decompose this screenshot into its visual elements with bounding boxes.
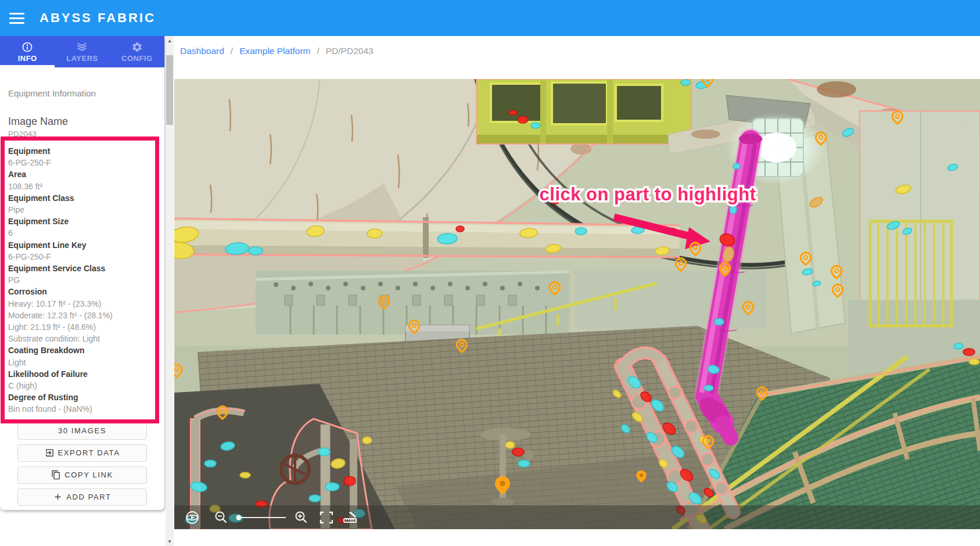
tab-info[interactable]: INFO: [0, 36, 55, 67]
scene-background: [174, 79, 980, 529]
tab-layers[interactable]: LAYERS: [55, 36, 109, 67]
breadcrumb-separator: /: [317, 46, 319, 56]
plus-icon: [53, 492, 63, 502]
panorama-viewer[interactable]: click on part to highlight: [174, 79, 980, 529]
viewer-toolbar: [174, 505, 980, 529]
field-label: Area: [8, 168, 156, 180]
field-value: Light: [8, 357, 156, 368]
copy-link-button[interactable]: COPY LINK: [17, 466, 147, 484]
cyan-corrosion-blob: [954, 343, 963, 349]
add-part-button[interactable]: ADD PART: [17, 488, 147, 506]
cyan-corrosion-blob: [309, 495, 321, 502]
field-label: Coating Breakdown: [8, 344, 156, 356]
scrollbar-up-arrow[interactable]: ▲: [166, 36, 174, 45]
red-corrosion-blob: [509, 110, 517, 115]
field-value: 6: [8, 227, 156, 239]
cyan-corrosion-blob: [531, 123, 540, 128]
zoom-in-icon[interactable]: [289, 505, 314, 529]
cyan-corrosion-blob: [730, 206, 737, 214]
scrollbar-thumb[interactable]: [166, 55, 173, 125]
annotation-text: click on part to highlight: [540, 184, 756, 204]
export-data-button[interactable]: EXPORT DATA: [17, 444, 147, 462]
hamburger-menu-icon[interactable]: [9, 13, 24, 24]
app-title: ABYSS FABRIC: [40, 10, 156, 26]
tab-label: CONFIG: [121, 54, 153, 63]
red-corrosion-blob: [518, 116, 528, 123]
button-label: 30 IMAGES: [58, 426, 106, 435]
field-value: 6-PG-250-F: [8, 157, 156, 168]
measure-icon[interactable]: [338, 505, 362, 529]
breadcrumb-item: PD/PD2043: [326, 46, 374, 56]
field-value: 108.36 ft²: [8, 181, 156, 192]
red-corrosion-blob: [344, 476, 356, 486]
pano-360-icon[interactable]: [180, 505, 204, 529]
breadcrumb-item[interactable]: Dashboard: [180, 46, 224, 56]
cyan-corrosion-blob: [325, 483, 339, 491]
field-value: C (high): [8, 380, 156, 391]
layers-icon: [76, 41, 88, 53]
field-value: Bin not found - (NaN%): [8, 403, 156, 415]
field-value: Moderate: 12.23 ft² - (28.1%): [8, 310, 156, 321]
tab-config[interactable]: CONFIG: [110, 36, 164, 67]
yellow-corrosion-blob: [505, 441, 515, 448]
scrollbar-down-arrow[interactable]: ▼: [166, 537, 174, 546]
30-images-button[interactable]: 30 IMAGES: [17, 422, 147, 440]
field-label: Equipment Class: [8, 192, 156, 204]
breadcrumb-item[interactable]: Example Platform: [239, 46, 310, 56]
sidebar-content: Equipment Information Image Name PD2043 …: [0, 67, 164, 506]
field-label: Equipment Line Key: [8, 239, 156, 251]
app-header: ABYSS FABRIC: [0, 0, 980, 36]
yellow-corrosion-blob: [969, 359, 979, 365]
red-corrosion-blob: [963, 349, 975, 355]
cyan-corrosion-blob: [715, 318, 724, 325]
panorama-image[interactable]: click on part to highlight: [174, 79, 980, 529]
field-label: Equipment: [8, 145, 156, 157]
button-label: ADD PART: [66, 493, 111, 501]
image-name-label: Image Name: [8, 116, 156, 128]
cyan-corrosion-blob: [681, 80, 690, 85]
field-label: Equipment Size: [8, 215, 156, 227]
field-value: Substrate condition: Light: [8, 333, 156, 344]
config-icon: [131, 41, 143, 53]
image-name-value: PD2043: [8, 130, 156, 138]
cyan-corrosion-blob: [575, 228, 587, 235]
breadcrumb-separator: /: [231, 46, 233, 56]
red-corrosion-blob: [456, 226, 464, 232]
field-value: 6-PG-250-F: [8, 251, 156, 263]
field-value: PG: [8, 274, 156, 286]
info-icon: [21, 41, 33, 53]
tab-label: INFO: [18, 54, 37, 63]
sidebar-panel: INFOLAYERSCONFIG Equipment Information I…: [0, 36, 164, 510]
field-label: Equipment Service Class: [8, 263, 156, 274]
copy-icon: [51, 470, 61, 480]
cyan-corrosion-blob: [249, 247, 263, 255]
cyan-corrosion-blob: [704, 385, 713, 391]
yellow-corrosion-blob: [362, 437, 372, 444]
field-value: Heavy: 10.17 ft² - (23.3%): [8, 298, 156, 310]
equipment-fields: Equipment6-PG-250-FArea108.36 ft²Equipme…: [8, 145, 156, 415]
fullscreen-icon[interactable]: [314, 505, 338, 529]
cyan-corrosion-blob: [733, 163, 740, 169]
tab-label: LAYERS: [66, 54, 98, 63]
yellow-corrosion-blob: [240, 472, 250, 478]
export-icon: [45, 448, 55, 458]
cyan-corrosion-blob: [518, 460, 530, 467]
field-value: Light: 21.19 ft² - (48.6%): [8, 321, 156, 333]
button-label: COPY LINK: [64, 470, 113, 479]
zoom-slider[interactable]: [234, 505, 289, 529]
sidebar-tabs: INFOLAYERSCONFIG: [0, 36, 164, 67]
zoom-out-icon[interactable]: [209, 505, 234, 529]
cyan-corrosion-blob: [204, 460, 216, 467]
sidebar-scrollbar[interactable]: ▲ ▼: [166, 36, 174, 546]
button-label: EXPORT DATA: [58, 448, 120, 457]
red-corrosion-blob: [512, 448, 524, 456]
cyan-corrosion-blob: [318, 448, 330, 456]
sidebar-buttons: 30 IMAGESEXPORT DATACOPY LINKADD PART: [17, 422, 147, 506]
breadcrumb: Dashboard/Example Platform/PD/PD2043: [180, 46, 374, 56]
section-title: Equipment Information: [8, 88, 156, 98]
field-value: Pipe: [8, 204, 156, 215]
field-label: Corrosion: [8, 286, 156, 297]
field-label: Likelihood of Failure: [8, 368, 156, 380]
field-label: Degree of Rusting: [8, 391, 156, 403]
